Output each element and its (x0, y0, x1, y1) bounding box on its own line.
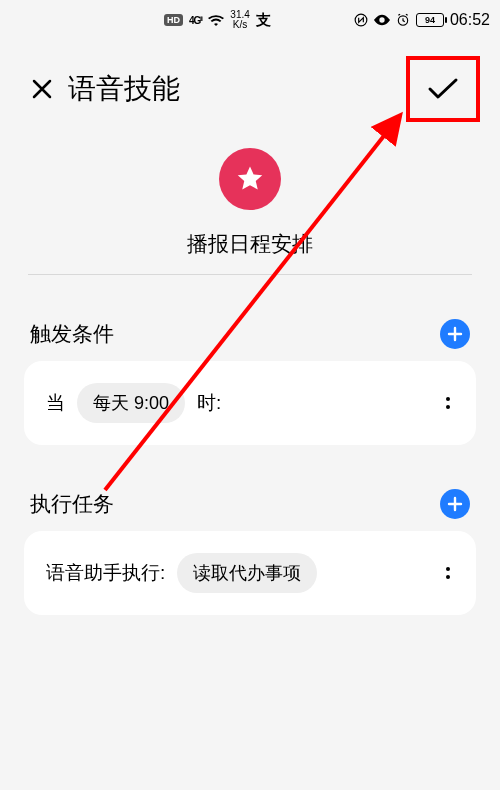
task-more-icon[interactable] (442, 563, 454, 583)
trigger-card[interactable]: 当 每天 9:00 时: (24, 361, 476, 445)
task-action-chip[interactable]: 读取代办事项 (177, 553, 317, 593)
task-card[interactable]: 语音助手执行: 读取代办事项 (24, 531, 476, 615)
trigger-time-chip[interactable]: 每天 9:00 (77, 383, 185, 423)
nfc-icon (354, 13, 368, 27)
trigger-prefix: 当 (46, 390, 65, 416)
trigger-more-icon[interactable] (442, 393, 454, 413)
hd-badge: HD (164, 14, 183, 26)
net-speed: 31.4 K/s (230, 10, 249, 30)
battery-indicator: 94 (416, 13, 444, 27)
page-title: 语音技能 (68, 70, 180, 108)
status-right: 94 06:52 (354, 11, 490, 29)
page-header: 语音技能 (0, 40, 500, 128)
task-label: 语音助手执行: (46, 560, 165, 586)
skill-name-input[interactable]: 播报日程安排 (28, 222, 472, 275)
trigger-section: 触发条件 当 每天 9:00 时: (0, 319, 500, 445)
trigger-section-title: 触发条件 (30, 320, 114, 348)
wifi-icon (208, 14, 224, 26)
add-trigger-button[interactable] (440, 319, 470, 349)
annotation-highlight-box (406, 56, 480, 122)
network-gen: 4Gᴵᴵ (189, 15, 202, 26)
status-bar: HD 4Gᴵᴵ 31.4 K/s 支 94 06:52 (0, 0, 500, 40)
status-left: HD 4Gᴵᴵ 31.4 K/s 支 (164, 10, 271, 30)
trigger-suffix: 时: (197, 390, 221, 416)
clock: 06:52 (450, 11, 490, 29)
add-task-button[interactable] (440, 489, 470, 519)
task-section-title: 执行任务 (30, 490, 114, 518)
eye-icon (374, 14, 390, 26)
alarm-icon (396, 13, 410, 27)
close-icon[interactable] (30, 77, 54, 101)
alipay-icon: 支 (256, 11, 271, 30)
skill-star-icon (219, 148, 281, 210)
confirm-button[interactable] (408, 58, 478, 120)
task-section: 执行任务 语音助手执行: 读取代办事项 (0, 489, 500, 615)
